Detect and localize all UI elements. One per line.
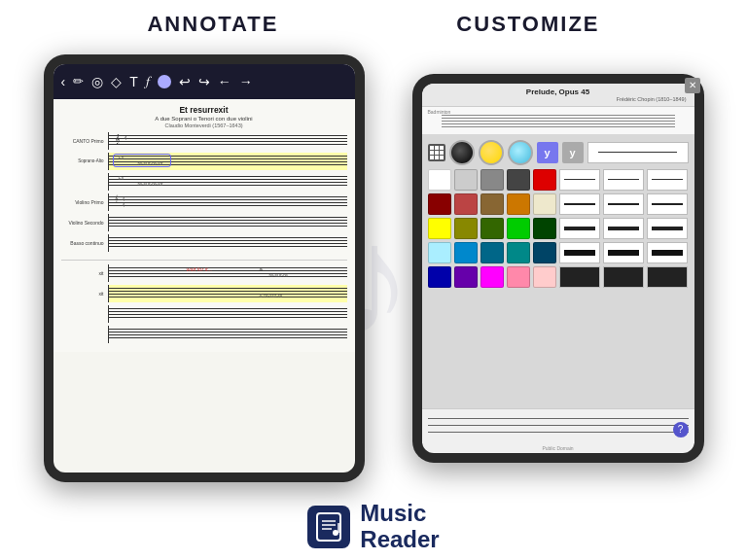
app-name-line2: Reader	[360, 527, 439, 552]
prelude-header: Prelude, Opus 45 Frédéric Chopin (1810–1…	[422, 84, 694, 107]
redo-icon[interactable]: ↪	[198, 74, 210, 89]
color-teal[interactable]	[507, 242, 530, 263]
color-red[interactable]	[533, 169, 556, 191]
color-gray[interactable]	[480, 169, 504, 191]
right-tablet: Prelude, Opus 45 Frédéric Chopin (1810–1…	[412, 74, 704, 463]
color-pink[interactable]	[507, 266, 530, 288]
line-weight-8[interactable]	[603, 218, 644, 239]
color-row-5	[428, 266, 689, 288]
staff-row-empty1: Es re-sur-re-xit	[61, 173, 347, 191]
color-purple[interactable]	[454, 266, 478, 288]
color-row-3	[428, 218, 689, 239]
text-icon[interactable]: T	[129, 74, 138, 89]
footer: Music Reader	[307, 491, 439, 560]
line-weight-5[interactable]	[603, 193, 644, 215]
bottom-staff-section: xit wait for it... & re-sur-re xit & re-…	[61, 260, 347, 343]
color-circle[interactable]	[158, 75, 171, 88]
main-content: ‹ ✏ ◎ ◇ T 𝑓 ↩ ↪ ← → Et resurrexit A due …	[0, 45, 747, 491]
staff-lines-violino1: 𝄞 44	[108, 193, 347, 211]
pencil-icon[interactable]: ✏	[73, 74, 84, 88]
color-picker-header: y y	[428, 140, 689, 165]
line-weight-12[interactable]	[647, 242, 688, 263]
page-wrapper: ♪ ANNOTATE CUSTOMIZE ‹ ✏ ◎ ◇ T 𝑓 ↩ ↪	[0, 0, 747, 560]
close-button[interactable]: ✕	[685, 84, 694, 93]
header: ANNOTATE CUSTOMIZE	[0, 0, 747, 45]
bottom-row-1: xit wait for it... & re-sur-re	[61, 264, 347, 282]
line-weight-9[interactable]	[647, 218, 688, 239]
color-olive[interactable]	[454, 218, 478, 239]
grid-view-icon[interactable]	[428, 144, 445, 161]
color-blue[interactable]	[454, 242, 478, 263]
color-darkred[interactable]	[428, 193, 451, 215]
color-navy[interactable]	[533, 242, 556, 263]
highlighter-icon[interactable]: ◎	[91, 74, 103, 89]
part-label-soprano: Soprano-Alto	[61, 158, 108, 163]
shape-icon[interactable]: ◇	[111, 74, 122, 89]
staff-row-soprano: Soprano-Alto Es re-sur-re-xit	[61, 153, 347, 170]
undo-icon[interactable]: ↩	[179, 74, 191, 89]
color-swatch-black-circle[interactable]	[449, 140, 475, 165]
line-weight-14[interactable]	[603, 266, 644, 288]
color-vdarkgreen[interactable]	[533, 218, 556, 239]
color-row-4	[428, 242, 689, 263]
left-tablet-screen: ‹ ✏ ◎ ◇ T 𝑓 ↩ ↪ ← → Et resurrexit A due …	[53, 64, 355, 472]
cursor-icon[interactable]: 𝑓	[146, 73, 150, 89]
customize-heading: CUSTOMIZE	[456, 12, 599, 37]
line-weight-3[interactable]	[647, 169, 688, 191]
color-row-1	[428, 169, 689, 191]
bottom-row-2: xit & re-sur-re	[61, 285, 347, 302]
staff-row-canto: CANTO Primo 𝄞 4	[61, 132, 347, 150]
bottom-lines-2: & re-sur-re	[108, 285, 347, 302]
y-button-2[interactable]: y	[562, 142, 584, 163]
prelude-title: Prelude, Opus 45	[430, 88, 687, 96]
line-weight-6[interactable]	[647, 193, 688, 215]
prelude-staff: Badminton	[422, 107, 694, 134]
music-title: Et resurrexit	[61, 105, 347, 115]
color-darkblue[interactable]	[480, 242, 504, 263]
staff-lines-soprano: Es re-sur-re-xit	[108, 153, 347, 170]
app-logo	[307, 506, 350, 548]
bottom-label-1: xit	[61, 270, 108, 276]
y-button-1[interactable]: y	[537, 142, 558, 163]
sheet-music-content: Et resurrexit A due Soprani o Tenori con…	[53, 99, 355, 352]
nav-right-icon[interactable]: →	[239, 74, 253, 89]
color-cream[interactable]	[533, 193, 556, 215]
back-button[interactable]: ‹	[61, 74, 66, 89]
color-lightpink[interactable]	[533, 266, 556, 288]
color-lightgray[interactable]	[454, 169, 478, 191]
nav-left-icon[interactable]: ←	[218, 74, 231, 89]
bottom-row-4	[61, 326, 347, 343]
staff-lines-violino2	[108, 214, 347, 231]
line-weight-thin[interactable]	[587, 142, 689, 163]
line-weight-11[interactable]	[603, 242, 644, 263]
color-darknavy[interactable]	[428, 266, 451, 288]
line-weight-2[interactable]	[603, 169, 644, 191]
line-weight-13[interactable]	[559, 266, 600, 288]
color-brown[interactable]	[480, 193, 504, 215]
music-toolbar: ‹ ✏ ◎ ◇ T 𝑓 ↩ ↪ ← →	[53, 64, 355, 99]
color-magenta[interactable]	[480, 266, 504, 288]
line-weight-10[interactable]	[559, 242, 600, 263]
help-button[interactable]: ?	[673, 422, 689, 438]
part-label-basso: Basso continuo	[61, 240, 108, 246]
line-weight-4[interactable]	[559, 193, 600, 215]
color-swatch-yellow-circle[interactable]	[479, 140, 504, 165]
ampersand-1: &	[260, 266, 264, 272]
color-lightblue[interactable]	[428, 242, 451, 263]
line-weight-1[interactable]	[559, 169, 600, 191]
color-white[interactable]	[428, 169, 451, 191]
color-row-2	[428, 193, 689, 215]
color-darkgreen[interactable]	[480, 218, 504, 239]
color-green[interactable]	[507, 218, 530, 239]
svg-rect-0	[317, 513, 340, 541]
bottom-lines-1: wait for it... & re-sur-re	[108, 264, 347, 282]
line-weight-15[interactable]	[647, 266, 688, 288]
color-darkgray[interactable]	[507, 169, 530, 191]
color-yellow[interactable]	[428, 218, 451, 239]
line-weight-7[interactable]	[559, 218, 600, 239]
color-swatch-cyan-circle[interactable]	[508, 140, 533, 165]
color-orange[interactable]	[507, 193, 530, 215]
color-medred[interactable]	[454, 193, 478, 215]
prelude-staff-lines	[442, 115, 675, 128]
part-label-violino2: Violino Secondo	[61, 220, 108, 226]
